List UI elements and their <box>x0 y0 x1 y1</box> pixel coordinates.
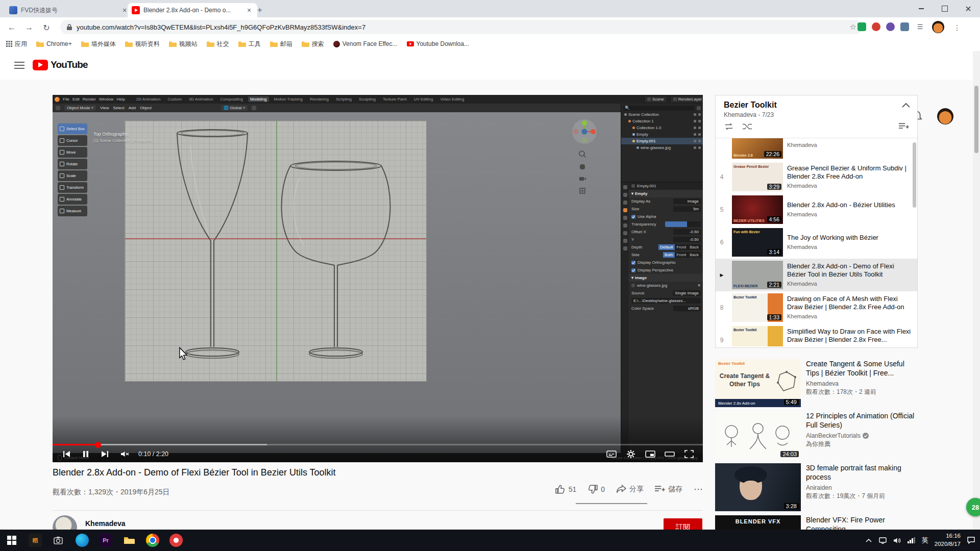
outliner-filter-icon <box>697 106 701 110</box>
action-center-icon[interactable] <box>967 537 975 544</box>
new-tab-button[interactable]: + <box>253 4 266 17</box>
browser-tab-youtube[interactable]: Blender 2.8x Add-on - Demo o... ✕ <box>128 3 257 17</box>
browser-profile-avatar[interactable] <box>932 21 944 33</box>
video-title: Blender 2.8x Add-on - Demo of Flexi Bézi… <box>53 467 614 478</box>
save-button[interactable]: 儲存 <box>655 485 682 494</box>
taskbar-icon-premiere[interactable]: Pr <box>94 530 117 551</box>
playlist-item-channel: Khemadeva <box>787 183 817 189</box>
page-scrollbar-thumb[interactable] <box>974 86 978 153</box>
tray-network-icon[interactable] <box>908 537 916 544</box>
tray-display-icon[interactable] <box>879 537 887 544</box>
bookmark-folder-videosites[interactable]: 视频站 <box>169 40 198 48</box>
pause-button[interactable] <box>77 447 94 461</box>
playlist-item-current[interactable]: ▶ FLEXI BEZIER 2:21 Blender 2.8x Add-on … <box>716 259 917 291</box>
bookmark-star-icon[interactable]: ☆ <box>850 22 856 32</box>
more-actions-button[interactable]: ⋯ <box>694 484 703 495</box>
dislike-button[interactable]: 0 <box>587 484 605 494</box>
share-button[interactable]: 分享 <box>616 485 644 494</box>
tray-volume-icon[interactable] <box>893 537 901 544</box>
subtitles-button[interactable] <box>603 447 620 461</box>
playlist-item[interactable]: 9 Bezier Toolkit 1:29 Simplified Way to … <box>716 324 917 346</box>
playlist-scrollbar[interactable] <box>913 142 916 208</box>
next-button[interactable] <box>96 447 114 461</box>
bookmark-folder-tools[interactable]: 工具 <box>238 40 261 48</box>
tray-chevron-up-icon[interactable] <box>865 537 873 544</box>
extensions-menu-icon[interactable]: ☰ <box>916 22 924 31</box>
window-minimize-button[interactable] <box>910 0 933 17</box>
taskbar-icon-media-player[interactable] <box>164 530 188 551</box>
shuffle-icon[interactable] <box>742 122 752 131</box>
playlist-item-channel: Khemadeva <box>787 346 817 346</box>
window-close-button[interactable]: ✕ <box>957 0 980 17</box>
taskbar-icon-edge[interactable] <box>70 530 94 551</box>
bookmark-folder-chrome[interactable]: Chrome+ <box>36 40 72 47</box>
channel-name[interactable]: Khemadeva <box>85 519 126 528</box>
bookmark-folder-social[interactable]: 社交 <box>207 40 229 48</box>
outliner-row: Collection 1 <box>621 118 703 124</box>
taskbar-icon-chrome[interactable] <box>141 530 164 551</box>
dislike-count: 0 <box>601 485 605 493</box>
bookmark-youtube-downloader[interactable]: Youtube Downloa... <box>407 40 470 47</box>
taskbar-icon-explorer[interactable] <box>117 530 141 551</box>
playlist-item[interactable]: 4 Grease Pencil Bezier 3:29 Grease Penci… <box>716 161 917 193</box>
bookmark-folder-av[interactable]: 视听资料 <box>125 40 160 48</box>
playlist-item[interactable]: 6 Fun with Bezier 3:14 The Joy of Workin… <box>716 226 917 259</box>
bookmark-folder-mail[interactable]: 邮箱 <box>270 40 292 48</box>
playlist-title[interactable]: Bezier Toolkit <box>724 101 909 110</box>
address-bar[interactable]: youtube.com/watch?v=Is8b3QwETEM&list=PLx… <box>60 20 863 34</box>
duration-badge: 3:14 <box>767 249 781 255</box>
bookmark-folder-media[interactable]: 墙外媒体 <box>81 40 116 48</box>
playlist-thumbnail: FLEXI BEZIER 2:21 <box>732 261 783 289</box>
bookmark-venom[interactable]: Venom Face Effec... <box>333 40 398 47</box>
playlist-items: Blender 2.8 22:26 Khemadeva 4 Grease Pen… <box>716 138 917 346</box>
theater-mode-button[interactable] <box>661 447 678 461</box>
prop-offset-x: Offset X-0.50 <box>629 228 703 236</box>
recommended-channel: Aniraiden <box>806 484 918 491</box>
save-playlist-icon[interactable] <box>899 122 909 131</box>
start-button[interactable] <box>0 530 23 551</box>
miniplayer-button[interactable] <box>642 447 659 461</box>
prop-offset-y: Y-0.50 <box>629 236 703 243</box>
folder-icon <box>238 41 246 47</box>
browser-tab-fvd[interactable]: FVD快速拨号 ✕ <box>5 3 133 17</box>
playlist-thumbnail: Grease Pencil Bezier 3:29 <box>732 163 783 191</box>
browser-menu-icon[interactable]: ⋮ <box>950 21 964 34</box>
reload-button[interactable]: ↻ <box>40 21 53 34</box>
taskbar-icon-photos[interactable] <box>47 530 70 551</box>
like-button[interactable]: 51 <box>555 484 577 494</box>
settings-gear-button[interactable] <box>622 447 640 461</box>
prop-size: Size5m <box>629 205 703 213</box>
recommended-video[interactable]: Bezier Toolkit Create Tangent & Other Ti… <box>715 359 918 407</box>
account-avatar[interactable] <box>937 108 953 124</box>
ime-indicator[interactable]: 英 <box>922 536 928 545</box>
playlist-item[interactable]: Blender 2.8 22:26 Khemadeva <box>716 138 917 161</box>
forward-button[interactable]: → <box>22 21 36 34</box>
collapse-chevron-icon[interactable] <box>902 103 910 108</box>
extension-icon-1[interactable] <box>857 22 866 31</box>
playlist-item-channel: Khemadeva <box>787 281 817 287</box>
bookmark-folder-search[interactable]: 搜索 <box>302 40 324 48</box>
properties-tab-strip <box>621 182 629 454</box>
recommended-video[interactable]: 24:03 12 Principles of Animation (Offici… <box>715 411 918 459</box>
playlist-item[interactable]: 8 Bezier Toolkit 1:33 Drawing on Face of… <box>716 291 917 324</box>
taskbar-clock[interactable]: 16:16 2020/8/17 <box>935 532 961 548</box>
fullscreen-button[interactable] <box>680 447 698 461</box>
extension-icon-2[interactable] <box>872 22 880 31</box>
extension-icon-3[interactable] <box>886 22 895 31</box>
taskbar-icon-docer[interactable]: 稻 <box>23 530 47 551</box>
progress-bar[interactable] <box>53 444 703 445</box>
back-button[interactable]: ← <box>5 21 18 34</box>
youtube-logo[interactable]: YouTube <box>33 59 88 70</box>
window-maximize-button[interactable] <box>933 0 957 17</box>
playlist-header: Bezier Toolkit Khemadeva - 7/23 <box>716 95 917 138</box>
mute-button[interactable] <box>116 447 133 461</box>
loop-icon[interactable] <box>724 122 734 131</box>
extension-icon-4[interactable] <box>900 22 909 31</box>
playlist-item[interactable]: 5 BEZIER UTILITIES 4:56 Blender 2.8x Add… <box>716 193 917 226</box>
previous-button[interactable] <box>58 447 75 461</box>
tab-close-icon[interactable]: ✕ <box>245 7 253 14</box>
video-player[interactable]: File Edit Render Window Help 2D Animatio… <box>53 95 703 462</box>
bookmark-apps[interactable]: 应用 <box>6 40 27 48</box>
menu-hamburger-icon[interactable] <box>14 62 24 69</box>
recommended-video[interactable]: 3:28 3D female portrait fast making proc… <box>715 463 918 511</box>
